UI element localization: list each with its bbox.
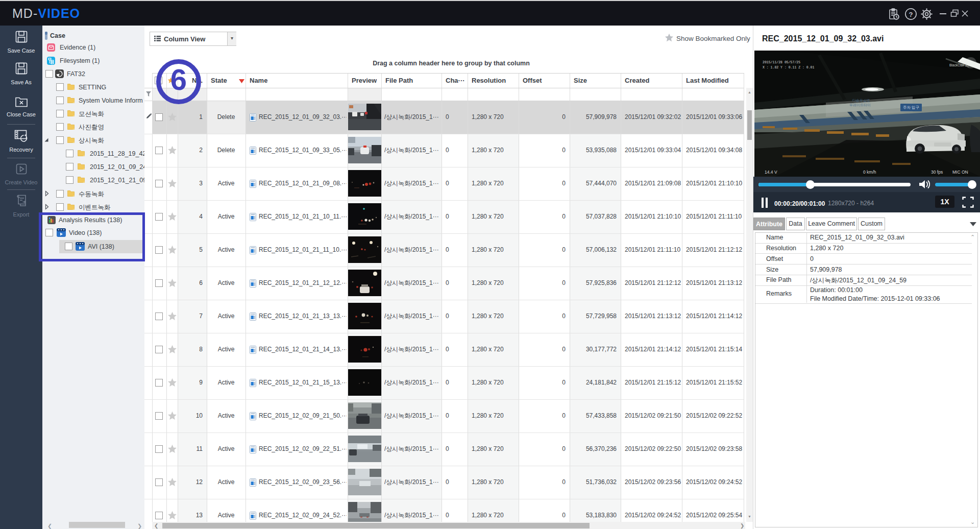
svg-text:30 fps: 30 fps xyxy=(931,170,943,175)
svg-text:0 km/h: 0 km/h xyxy=(863,170,876,175)
svg-text:우레이드타이: 우레이드타이 xyxy=(849,103,871,107)
svg-text:14.4 V: 14.4 V xyxy=(765,170,777,175)
svg-text:2015/11/28 05/57/25: 2015/11/28 05/57/25 xyxy=(763,61,800,64)
svg-text:X : 1.82 Y : 0.11 Z : 0.01: X : 1.82 Y : 0.11 Z : 0.01 xyxy=(763,66,815,69)
svg-text:?: ? xyxy=(909,11,913,18)
svg-text:MIC ON: MIC ON xyxy=(952,170,968,175)
svg-text:다슰우삼로: 다슰우삼로 xyxy=(852,99,870,103)
svg-text:주차 입구: 주차 입구 xyxy=(903,105,919,110)
svg-text:BlackClair 2: BlackClair 2 xyxy=(949,63,967,67)
